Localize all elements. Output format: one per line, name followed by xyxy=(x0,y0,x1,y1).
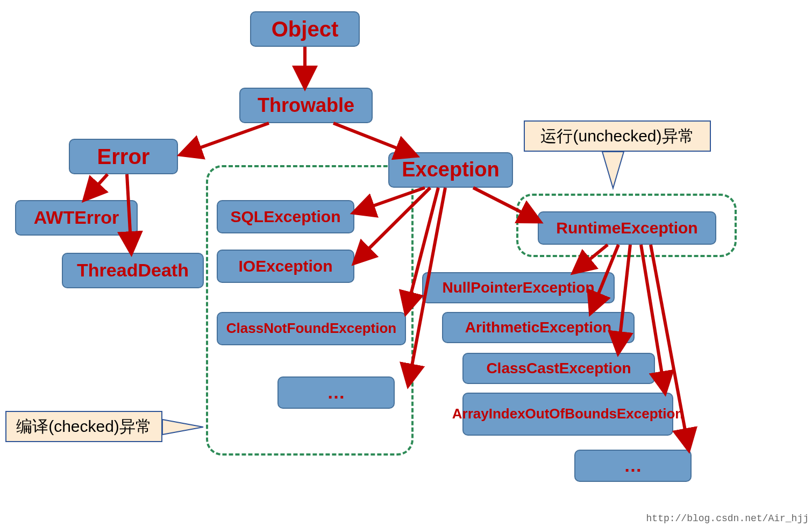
node-arithmetic: ArithmeticException xyxy=(442,312,635,343)
callout-checked: 编译(checked)异常 xyxy=(5,411,162,442)
node-threaddeath: ThreadDeath xyxy=(62,253,204,288)
node-throwable: Throwable xyxy=(239,88,373,123)
node-classnotfound: ClassNotFoundException xyxy=(217,312,406,345)
node-error: Error xyxy=(69,139,178,174)
node-sqlexception: SQLException xyxy=(217,200,354,233)
node-ellipsis-checked: … xyxy=(277,376,395,409)
callout-unchecked: 运行(unchecked)异常 xyxy=(524,120,711,152)
node-awterror: AWTError xyxy=(15,200,138,236)
svg-line-5 xyxy=(86,174,108,198)
node-object: Object xyxy=(250,11,360,47)
node-exception: Exception xyxy=(388,152,513,188)
svg-marker-17 xyxy=(602,152,624,188)
svg-marker-18 xyxy=(162,420,203,435)
node-classcast: ClassCastException xyxy=(462,353,655,384)
node-ellipsis-runtime: … xyxy=(574,450,692,482)
watermark: http://blog.csdn.net/Air_hjj xyxy=(646,513,809,524)
node-arrayindex: ArrayIndexOutOfBoundsException xyxy=(462,393,673,436)
svg-line-4 xyxy=(333,123,414,155)
node-nullpointer: NullPointerException xyxy=(422,272,615,303)
svg-line-3 xyxy=(183,123,269,154)
node-ioexception: IOException xyxy=(217,250,354,283)
node-runtimeexception: RuntimeException xyxy=(538,211,716,245)
